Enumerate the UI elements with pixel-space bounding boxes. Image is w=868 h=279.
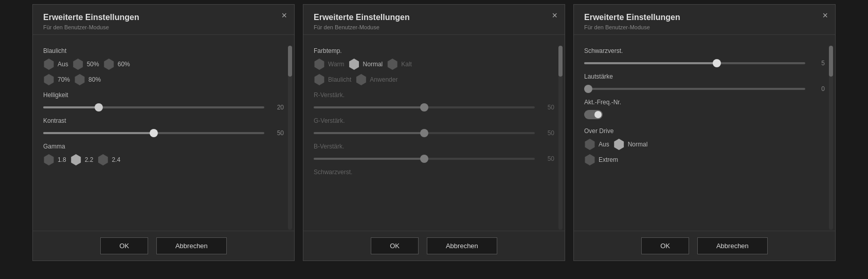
panel-3-footer: OK Abbrechen [574, 231, 835, 261]
overdrive-normal-label: Normal [628, 141, 648, 148]
panel-2-header: Erweiterte Einstellungen Für den Benutze… [303, 5, 565, 35]
helligkeit-slider-row: 20 [43, 104, 284, 111]
helligkeit-slider-thumb[interactable] [95, 103, 103, 111]
panel-3-scrollbar-thumb[interactable] [829, 46, 833, 77]
blaulicht-options: Aus 50% 60% [43, 59, 284, 70]
p3-akt-freq-toggle-container [584, 110, 825, 121]
blaulicht-80-label: 80% [88, 76, 101, 83]
kontrast-value: 50 [269, 129, 284, 137]
overdrive-aus[interactable]: Aus [584, 139, 609, 150]
p3-akt-freq-toggle-knob [594, 111, 602, 118]
farbtemp-row1: Warm Normal Kalt [314, 59, 554, 70]
overdrive-aus-label: Aus [599, 141, 609, 148]
gamma-24-icon [97, 154, 109, 165]
p3-schwarzverst-slider-thumb[interactable] [713, 59, 721, 67]
p3-schwarzverst-label: Schwarzverst. [584, 47, 825, 54]
gamma-24[interactable]: 2.4 [97, 154, 120, 165]
overdrive-extrem[interactable]: Extrem [584, 154, 618, 165]
panel-1-cancel[interactable]: Abbrechen [156, 237, 227, 254]
gamma-22-icon [70, 154, 82, 165]
b-verst-slider-fill [314, 158, 424, 160]
panel-2-cancel[interactable]: Abbrechen [427, 237, 497, 254]
overdrive-normal[interactable]: Normal [613, 139, 648, 150]
farbtemp-kalt[interactable]: Kalt [387, 59, 412, 70]
p3-lautstarke-slider-thumb[interactable] [584, 85, 592, 93]
panel-3-title: Erweiterte Einstellungen [584, 13, 825, 22]
p3-lautstarke-slider-track[interactable] [584, 88, 805, 90]
panel-1-header: Erweiterte Einstellungen Für den Benutze… [33, 5, 294, 35]
panel-3-header: Erweiterte Einstellungen Für den Benutze… [574, 5, 835, 35]
panel-1-footer: OK Abbrechen [33, 231, 294, 261]
farbtemp-normal[interactable]: Normal [349, 59, 383, 70]
b-verst-slider-thumb[interactable] [420, 155, 428, 163]
panel-3: Erweiterte Einstellungen Für den Benutze… [573, 4, 836, 261]
panel-3-close[interactable]: × [822, 11, 828, 20]
farbtemp-warm[interactable]: Warm [314, 59, 345, 70]
p3-schwarzverst-slider-section: 5 [584, 60, 825, 67]
farbtemp-blaulicht-icon [314, 74, 325, 85]
panel-1-scrollbar[interactable] [288, 46, 292, 230]
blaulicht-label: Blaulicht [43, 47, 284, 54]
panel-3-subtitle: Für den Benutzer-Moduse [584, 24, 825, 30]
blaulicht-80[interactable]: 80% [74, 74, 101, 85]
p3-schwarzverst-value: 5 [810, 60, 825, 67]
panel-1-scrollbar-thumb[interactable] [288, 46, 292, 77]
panel-1-close[interactable]: × [281, 11, 287, 20]
gamma-24-label: 2.4 [112, 156, 120, 163]
kontrast-slider-track[interactable] [43, 132, 264, 134]
kontrast-slider-thumb[interactable] [150, 129, 158, 137]
blaulicht-60[interactable]: 60% [103, 59, 130, 70]
p3-lautstarke-value: 0 [810, 85, 825, 92]
g-verst-slider-section: 50 [314, 129, 554, 137]
p3-akt-freq-label: Akt.-Freq.-Nr. [584, 99, 825, 106]
blaulicht-aus-icon [43, 59, 55, 70]
panel-1-ok[interactable]: OK [100, 237, 148, 254]
g-verst-slider-track[interactable] [314, 132, 535, 134]
b-verst-value: 50 [540, 155, 554, 162]
overdrive-extrem-label: Extrem [599, 156, 618, 163]
p3-schwarzverst-slider-track[interactable] [584, 62, 805, 64]
helligkeit-slider-track[interactable] [43, 106, 264, 108]
helligkeit-value: 20 [269, 104, 284, 111]
overdrive-normal-icon [613, 139, 625, 150]
panel-2-scrollbar[interactable] [558, 46, 563, 230]
panel-2-ok[interactable]: OK [371, 237, 419, 254]
farbtemp-blaulicht-label: Blaulicht [328, 76, 351, 83]
farbtemp-normal-label: Normal [363, 61, 383, 68]
blaulicht-80-icon [74, 74, 85, 85]
farbtemp-warm-icon [314, 59, 325, 70]
gamma-18[interactable]: 1.8 [43, 154, 66, 165]
kontrast-slider-row: 50 [43, 129, 284, 137]
b-verst-slider-section: 50 [314, 155, 554, 162]
blaulicht-70[interactable]: 70% [43, 74, 70, 85]
farbtemp-warm-label: Warm [328, 61, 345, 68]
gamma-22[interactable]: 2.2 [70, 154, 94, 165]
panel-2-footer: OK Abbrechen [303, 231, 565, 261]
blaulicht-options-row2: 70% 80% [43, 74, 284, 85]
r-verst-slider-track[interactable] [314, 106, 535, 108]
panel-3-scrollbar[interactable] [829, 46, 833, 230]
farbtemp-blaulicht[interactable]: Blaulicht [314, 74, 351, 85]
blaulicht-aus[interactable]: Aus [43, 59, 68, 70]
panel-2-scrollbar-thumb[interactable] [558, 46, 563, 77]
r-verst-slider-thumb[interactable] [420, 103, 428, 111]
blaulicht-50[interactable]: 50% [73, 59, 99, 70]
g-verst-slider-thumb[interactable] [420, 129, 428, 137]
overdrive-row1: Aus Normal [584, 139, 825, 150]
farbtemp-anwender[interactable]: Anwender [355, 74, 397, 85]
panel-2-close[interactable]: × [552, 11, 557, 20]
blaulicht-60-icon [103, 59, 115, 70]
g-verst-slider-fill [314, 132, 424, 134]
farbtemp-label: Farbtemp. [314, 47, 554, 54]
p3-lautstarke-label: Lautstärke [584, 73, 825, 80]
g-verst-value: 50 [540, 129, 554, 137]
gamma-22-label: 2.2 [85, 156, 94, 163]
p3-akt-freq-toggle[interactable] [584, 110, 603, 119]
p3-lautstarke-slider-section: 0 [584, 85, 825, 92]
blaulicht-aus-label: Aus [58, 61, 68, 68]
panel-3-cancel[interactable]: Abbrechen [697, 237, 768, 254]
panel-3-ok[interactable]: OK [641, 237, 689, 254]
panels-container: Erweiterte Einstellungen Für den Benutze… [0, 0, 868, 279]
b-verst-slider-track[interactable] [314, 158, 535, 160]
farbtemp-anwender-label: Anwender [370, 76, 397, 83]
